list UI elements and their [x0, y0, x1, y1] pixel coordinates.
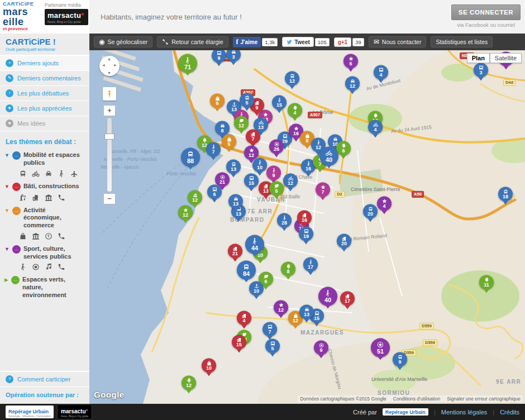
theme-toggle-icon[interactable]: ▼ — [4, 151, 9, 159]
map-marker-tram[interactable]: 13 — [226, 159, 241, 174]
facebook-like-widget[interactable]: fJ'aime 1,3k — [233, 37, 278, 47]
map-marker-car[interactable]: 13 — [228, 194, 243, 208]
map-marker-bus[interactable]: 15 — [244, 173, 259, 188]
sidebar-item-3[interactable]: ♥Les plus appréciées — [0, 101, 89, 116]
map-marker-tree[interactable]: 11 — [479, 275, 494, 289]
map-marker-tree[interactable]: 4 — [288, 103, 302, 117]
map-marker-building[interactable]: 7 — [246, 129, 260, 144]
map-marker-bus[interactable]: 5 — [265, 338, 280, 353]
theme-toggle-icon[interactable]: ▼ — [4, 245, 9, 253]
zoom-slider-handle[interactable] — [104, 133, 114, 140]
marsactu-logo[interactable]: marsactu* News, Blog et City guide — [45, 9, 88, 25]
theme-item-3[interactable]: ▼…Sport, culture, services publics — [0, 243, 89, 274]
map-marker-culture[interactable]: 12 — [178, 205, 193, 219]
terms-link[interactable]: Conditions d'utilisation — [393, 396, 440, 402]
map-marker-sport[interactable]: 51 — [371, 338, 390, 357]
pan-left-icon[interactable]: ◄ — [102, 63, 106, 67]
map-marker-building[interactable]: 20 — [337, 233, 351, 248]
map-marker-boat[interactable]: 12 — [188, 190, 202, 204]
map-marker-bike[interactable]: 40 — [319, 147, 338, 166]
theme-toggle-icon[interactable]: ▶ — [4, 276, 8, 284]
map-marker-bus[interactable]: 3 — [474, 63, 488, 77]
map-marker-tree[interactable]: 8 — [281, 261, 295, 276]
map-marker-tram[interactable]: 88 — [181, 148, 200, 167]
theme-item-2[interactable]: ▼…Activité économique, commerce — [0, 204, 89, 243]
pegman-control[interactable] — [103, 87, 116, 101]
theme-toggle-icon[interactable]: ▼ — [4, 183, 9, 190]
report-error-link[interactable]: Signaler une erreur cartographique — [447, 396, 521, 402]
geolocate-button[interactable]: ◉ Se géolocaliser — [94, 36, 152, 47]
map-marker-building[interactable]: 15 — [232, 335, 246, 349]
map-marker-bus[interactable]: 4 — [374, 65, 388, 79]
map-marker-bike[interactable]: 4 — [368, 120, 383, 134]
map-marker-leaf[interactable]: 5 — [269, 181, 284, 195]
pan-control[interactable]: ▲ ▼ ◄ ► — [99, 56, 120, 76]
pan-up-icon[interactable]: ▲ — [107, 57, 111, 61]
map-marker-tree[interactable]: 12 — [182, 375, 196, 390]
theme-toggle-icon[interactable]: ▼ — [4, 207, 9, 214]
se-connecter-button[interactable]: SE CONNECTER — [451, 4, 521, 20]
map-marker-walk[interactable]: 40 — [318, 287, 337, 306]
map-marker-walk[interactable]: 9 — [266, 165, 281, 180]
map-marker-car[interactable]: 3 — [226, 50, 241, 61]
tweet-widget[interactable]: Tweet 105 — [282, 37, 329, 47]
map-marker-culture[interactable]: 6 — [343, 54, 358, 68]
map-marker-culture[interactable]: 4 — [377, 196, 392, 211]
map-marker-walk[interactable]: 71 — [178, 54, 197, 73]
map-marker-bike[interactable]: 12 — [283, 173, 298, 188]
map-marker-bus[interactable]: 7 — [262, 322, 277, 336]
map-marker-building[interactable]: 21 — [228, 244, 242, 258]
zoom-out-button[interactable]: − — [103, 193, 116, 204]
map-marker-shop[interactable]: 5 — [222, 134, 236, 149]
map-marker-sport[interactable]: 26 — [269, 139, 284, 154]
map-marker-walk[interactable]: 10 — [252, 157, 267, 172]
marsactu-footer-logo[interactable]: marsactu* News, Blog et City guide — [57, 404, 92, 420]
map-marker-tram[interactable]: 20 — [363, 204, 378, 218]
map-marker-car[interactable]: 8 — [215, 121, 230, 135]
map-marker-bus[interactable]: 6 — [207, 184, 222, 199]
theme-item-4[interactable]: ▶…Espaces verts, nature, environnement — [0, 274, 89, 304]
map-type-satellite-button[interactable]: Satellite — [490, 53, 522, 63]
map-marker-culture[interactable]: 12 — [274, 300, 288, 314]
map-marker-walk[interactable]: 28 — [277, 213, 292, 227]
map-marker-tram[interactable]: 9 — [393, 352, 407, 366]
map-marker-building[interactable]: 4 — [237, 311, 251, 325]
reperage-urbain-logo[interactable]: Repérage Urbain Sociologie - Urbanisme -… — [6, 405, 54, 419]
sidebar-item-mes-idees[interactable]: ★ Mes idées — [0, 116, 89, 131]
zoom-in-button[interactable]: + — [103, 105, 116, 116]
map-marker-culture[interactable]: 7 — [316, 182, 330, 197]
sidebar-item-1[interactable]: ✎Derniers commentaires — [0, 71, 89, 86]
stats-button[interactable]: Statistiques et listes — [431, 36, 493, 47]
sidebar-logo[interactable]: CARTiCiPE ! Outil participatif territori… — [0, 34, 89, 56]
map-marker-building[interactable]: 17 — [340, 291, 355, 306]
mentions-legales-link[interactable]: Mentions légales — [441, 409, 488, 416]
gplus-widget[interactable]: g+1 39 — [334, 37, 364, 47]
map-marker-tree[interactable]: 6 — [336, 141, 351, 155]
map-marker-walk[interactable]: 17 — [303, 257, 318, 271]
map-marker-shop[interactable]: 6 — [210, 93, 225, 108]
google-logo[interactable]: Google — [94, 390, 125, 399]
map-marker-tram[interactable]: 84 — [237, 261, 256, 280]
map-marker-walk[interactable]: 44 — [245, 235, 264, 254]
map-marker-walk[interactable]: 7 — [206, 142, 221, 156]
theme-item-1[interactable]: ▼…Bâti, constructions — [0, 180, 89, 204]
map-marker-tram[interactable]: 18 — [498, 187, 513, 201]
map-marker-leaf[interactable]: 12 — [234, 116, 249, 130]
contact-button[interactable]: ✉ Nous contacter — [369, 36, 427, 47]
map-marker-bus[interactable]: 19 — [299, 226, 313, 241]
map-marker-anchor[interactable]: 10 — [249, 281, 264, 295]
pan-down-icon[interactable]: ▼ — [107, 71, 111, 75]
map-marker-car[interactable]: 12 — [345, 76, 360, 90]
map-marker-tram[interactable]: 12 — [285, 71, 299, 85]
reperage-urbain-credit-logo[interactable]: Repérage Urbain — [383, 408, 428, 416]
map-marker-building[interactable]: 16 — [297, 210, 312, 225]
zoom-slider[interactable] — [107, 117, 112, 192]
map-marker-car[interactable]: 13 — [299, 304, 314, 319]
carticipe-marseille-logo[interactable]: CARTiCiPE mars eille et provence — [3, 1, 42, 31]
credits-link[interactable]: Crédits — [500, 409, 519, 416]
map-marker-walk[interactable]: 15 — [272, 95, 287, 109]
map-marker-bus[interactable]: 9 — [212, 50, 226, 63]
map-area[interactable]: Le DômeCimetière Saint-PierreUniversité … — [89, 50, 525, 404]
theme-item-0[interactable]: ▼…Mobilité et espaces publics — [0, 149, 89, 180]
wide-map-button[interactable]: Retour carte élargie — [157, 36, 228, 47]
